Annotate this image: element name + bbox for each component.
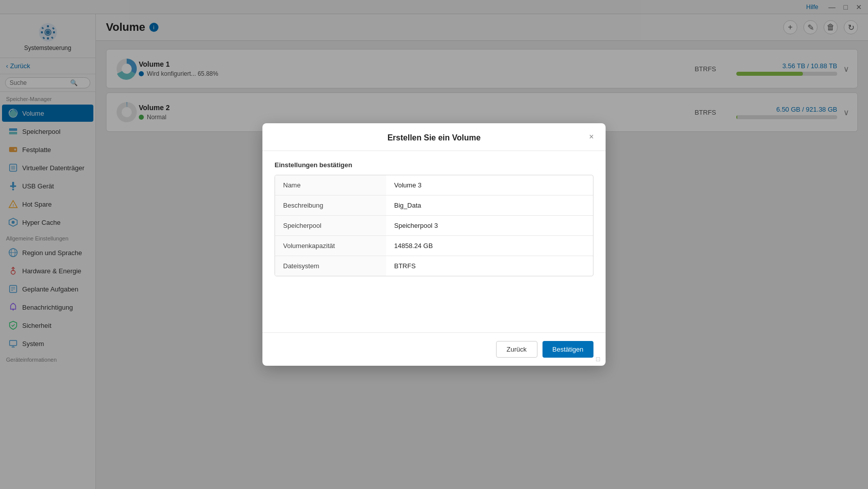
- back-button[interactable]: Zurück: [496, 341, 537, 358]
- modal-header: Erstellen Sie ein Volume ×: [262, 123, 606, 151]
- modal-footer: Zurück Bestätigen: [262, 332, 606, 366]
- modal-title: Erstellen Sie ein Volume: [388, 133, 481, 142]
- confirm-row-dateisystem: Dateisystem BTRFS: [275, 256, 593, 276]
- confirm-button[interactable]: Bestätigen: [542, 341, 593, 358]
- confirm-value-name: Volume 3: [386, 175, 593, 195]
- confirm-label-name: Name: [275, 175, 386, 195]
- confirm-row-beschreibung: Beschreibung Big_Data: [275, 195, 593, 216]
- confirm-row-speicherpool: Speicherpool Speicherpool 3: [275, 216, 593, 236]
- confirm-section-title: Einstellungen bestätigen: [275, 161, 593, 169]
- modal-body: Einstellungen bestätigen Name Volume 3 B…: [262, 151, 606, 332]
- confirm-label-kapazitat: Volumenkapazität: [275, 236, 386, 256]
- confirm-row-kapazitat: Volumenkapazität 14858.24 GB: [275, 236, 593, 256]
- modal-close-button[interactable]: ×: [585, 131, 598, 143]
- confirm-value-dateisystem: BTRFS: [386, 256, 593, 276]
- confirm-label-speicherpool: Speicherpool: [275, 216, 386, 235]
- confirm-value-beschreibung: Big_Data: [386, 195, 593, 215]
- confirm-row-name: Name Volume 3: [275, 175, 593, 195]
- create-volume-modal: Erstellen Sie ein Volume × Einstellungen…: [262, 123, 606, 366]
- modal-overlay: Erstellen Sie ein Volume × Einstellungen…: [0, 0, 868, 489]
- resize-handle[interactable]: ⊡: [595, 356, 603, 363]
- confirm-label-beschreibung: Beschreibung: [275, 195, 386, 215]
- confirm-label-dateisystem: Dateisystem: [275, 256, 386, 276]
- confirm-value-speicherpool: Speicherpool 3: [386, 216, 593, 235]
- confirm-value-kapazitat: 14858.24 GB: [386, 236, 593, 256]
- confirm-table: Name Volume 3 Beschreibung Big_Data Spei…: [275, 175, 593, 276]
